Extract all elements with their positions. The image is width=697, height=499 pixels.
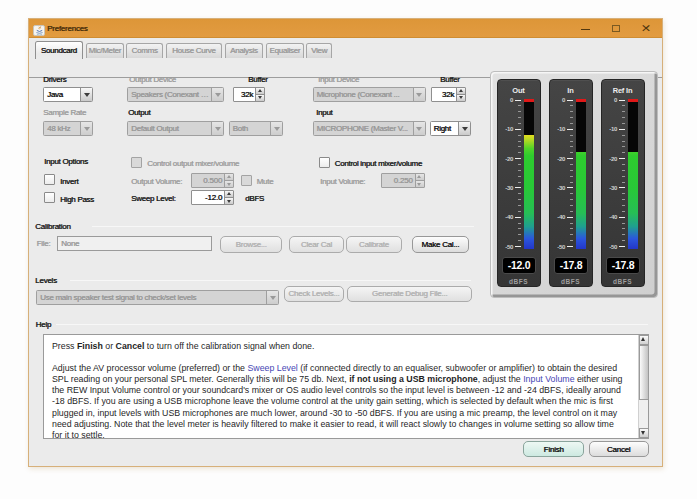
meter-in: In0-10-20-30-40-50-17.8dBFS: [549, 79, 593, 287]
meter-minor-tick: [570, 223, 573, 224]
close-button[interactable]: ✕: [631, 19, 661, 38]
help-text-segment: -18 dBFS. If you are using a USB microph…: [52, 396, 613, 406]
meter-minor-tick: [622, 199, 625, 200]
meter-clip-indicator: [576, 99, 586, 103]
input-device-combo: Microphone (Conexant ...: [313, 87, 426, 102]
meter-scale-label: 0: [550, 97, 566, 103]
titlebar[interactable]: Preferences ✕: [29, 19, 662, 38]
generate-debug-button: Generate Debug File...: [347, 286, 472, 302]
finish-button[interactable]: Finish: [523, 441, 584, 457]
input-channel-combo[interactable]: Right: [430, 121, 472, 136]
scroll-down-icon[interactable]: [639, 428, 649, 438]
calibration-separator: [92, 226, 474, 227]
meter-minor-tick: [518, 105, 521, 106]
tab-comms[interactable]: Comms: [126, 43, 163, 58]
meter-minor-tick: [622, 135, 625, 136]
control-input-label: Control input mixer/volume: [335, 159, 422, 168]
help-link[interactable]: Input Volume: [523, 374, 574, 384]
help-text-bold-segment: Cancel: [116, 341, 145, 351]
high-pass-checkbox[interactable]: [44, 192, 55, 203]
chevron-down-icon: [413, 88, 425, 101]
drivers-combo[interactable]: Java: [43, 87, 93, 102]
maximize-button[interactable]: [601, 19, 631, 38]
cal-file-field[interactable]: None: [57, 236, 212, 251]
spinner-arrows[interactable]: [456, 88, 465, 101]
meter-minor-tick: [518, 123, 521, 124]
meter-minor-tick: [622, 205, 625, 206]
chevron-down-icon[interactable]: [458, 122, 470, 135]
cancel-button[interactable]: Cancel: [589, 441, 649, 457]
help-text-line: need adjusting. Note that the level mete…: [52, 419, 636, 430]
minimize-button[interactable]: [570, 19, 600, 38]
meter-readout: -17.8: [554, 257, 588, 275]
control-output-label: Control output mixer/volume: [147, 159, 239, 168]
chevron-down-icon: [266, 291, 278, 304]
meter-major-tick: [619, 246, 625, 247]
meter-minor-tick: [518, 205, 521, 206]
help-text-bold-segment: if not using a USB microphone: [349, 374, 478, 384]
make-cal-button[interactable]: Make Cal...: [412, 236, 470, 253]
tab-mic-meter[interactable]: Mic/Meter: [86, 43, 125, 58]
help-text-segment: Press: [52, 341, 77, 351]
input-buffer-spinner[interactable]: 32k: [431, 87, 466, 102]
spinner-arrows[interactable]: [255, 88, 264, 101]
help-text-line: Adjust the AV processor volume (preferre…: [52, 363, 636, 374]
spinner-down-icon[interactable]: [457, 94, 465, 101]
tab-equaliser[interactable]: Equaliser: [266, 43, 304, 58]
help-link[interactable]: Sweep Level: [247, 363, 297, 373]
meter-minor-tick: [570, 105, 573, 106]
control-input-checkbox[interactable]: [319, 157, 330, 168]
output-device-combo: Speakers (Conexant Sm...: [127, 87, 224, 102]
meter-scale-label: -30: [550, 185, 566, 191]
meter-minor-tick: [622, 182, 625, 183]
help-text-bold-segment: Finish: [77, 341, 103, 351]
meter-readout: -17.8: [606, 257, 640, 275]
tab-view[interactable]: View: [306, 43, 332, 58]
chevron-down-icon[interactable]: [80, 88, 92, 101]
levels-heading: Levels: [35, 276, 57, 285]
window-title: Preferences: [47, 24, 87, 33]
sweep-level-spinner[interactable]: -12.0: [191, 190, 234, 205]
scroll-up-icon[interactable]: [639, 335, 649, 345]
meter-minor-tick: [622, 234, 625, 235]
scrollbar-thumb[interactable]: [639, 345, 649, 400]
meter-scale-label: -20: [602, 156, 618, 162]
meter-major-tick: [567, 187, 573, 188]
meter-scale-label: -20: [498, 156, 514, 162]
spinner-down-icon[interactable]: [225, 197, 233, 204]
help-text-line: [52, 352, 636, 363]
output-label: Output: [128, 108, 150, 117]
spinner-down-icon[interactable]: [256, 94, 264, 101]
help-text-segment: , adjust the: [478, 374, 523, 384]
meter-minor-tick: [518, 164, 521, 165]
levels-separator: [70, 280, 471, 281]
output-combo: Default Output: [127, 121, 224, 136]
output-buffer-spinner[interactable]: 32k: [233, 87, 265, 102]
meter-scale-label: -30: [602, 185, 618, 191]
sweep-level-unit: dBFS: [245, 194, 264, 203]
tab-house-curve[interactable]: House Curve: [166, 43, 223, 58]
meter-major-tick: [515, 246, 521, 247]
meter-minor-tick: [518, 199, 521, 200]
meter-minor-tick: [518, 228, 521, 229]
meter-minor-tick: [622, 141, 625, 142]
meter-major-tick: [515, 129, 521, 130]
help-scrollbar[interactable]: [638, 335, 648, 438]
spinner-arrows[interactable]: [224, 191, 233, 204]
meter-major-tick: [567, 246, 573, 247]
help-text-area[interactable]: Press Finish or Cancel to turn off the c…: [43, 334, 649, 439]
meter-major-tick: [619, 129, 625, 130]
meter-clip-indicator: [524, 99, 534, 103]
output-value: Default Output: [128, 122, 211, 135]
meter-unit-label: dBFS: [602, 278, 644, 285]
meter-minor-tick: [518, 170, 521, 171]
meter-minor-tick: [570, 228, 573, 229]
tab-soundcard[interactable]: Soundcard: [35, 41, 84, 59]
help-text-line: plugged in, input levels with USB microp…: [52, 408, 636, 419]
meter-scale-label: -10: [550, 126, 566, 132]
help-text-segment: or: [103, 341, 116, 351]
invert-checkbox[interactable]: [44, 174, 55, 185]
spinner-arrows: [224, 174, 233, 187]
tab-analysis[interactable]: Analysis: [225, 43, 264, 58]
meter-minor-tick: [570, 182, 573, 183]
